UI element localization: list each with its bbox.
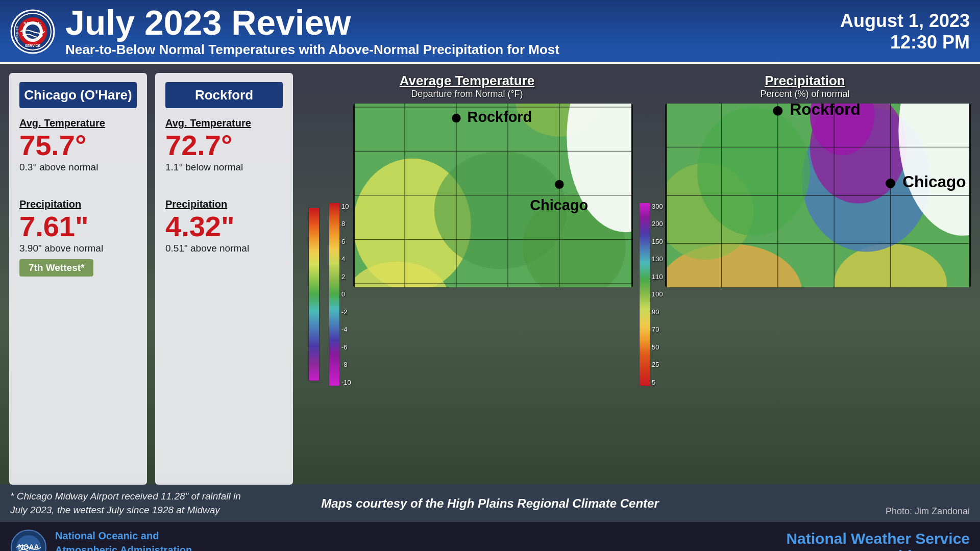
precip-scale-label-150: 150: [652, 238, 663, 245]
footer: NOAA National Oceanic and Atmospheric Ad…: [0, 522, 980, 551]
svg-point-26: [452, 114, 460, 122]
svg-point-37: [697, 107, 810, 236]
header: NATIONAL SERVICE WEATHER July 2023 Revie…: [0, 0, 980, 64]
photo-credit: Photo: Jim Zandonai: [886, 506, 970, 517]
temp-scale-label-n6: -6: [341, 343, 351, 351]
footer-org-block: National Oceanic and Atmospheric Adminis…: [55, 529, 192, 551]
temp-map-subtitle: Departure from Normal (°F): [411, 89, 523, 99]
svg-point-49: [773, 106, 782, 116]
bottom-note-area: * Chicago Midway Airport received 11.28"…: [10, 490, 250, 517]
rockford-precip-normal: 0.51" above normal: [165, 243, 283, 254]
rockford-temp-value: 72.7°: [165, 131, 283, 160]
footer-nws-label: National Weather Service: [786, 530, 970, 547]
precip-scale-label-110: 110: [652, 273, 663, 281]
precip-scale-label-5: 5: [652, 379, 663, 386]
bottom-note: * Chicago Midway Airport received 11.28"…: [10, 490, 250, 517]
temp-scale-label-n8: -8: [341, 361, 351, 368]
maps-credit: Maps courtesy of the High Plains Regiona…: [321, 496, 658, 511]
header-title-block: July 2023 Review Near-to-Below Normal Te…: [65, 5, 559, 58]
temp-scale-label-8: 8: [341, 220, 351, 228]
temp-scale-label-0: 0: [341, 290, 351, 298]
svg-text:Chicago: Chicago: [530, 197, 588, 213]
footer-right: National Weather Service Chicago, IL: [786, 530, 970, 551]
header-date: August 1, 2023: [840, 10, 970, 32]
rockford-temp-label: Avg. Temperature: [165, 117, 283, 129]
svg-point-51: [886, 179, 895, 188]
svg-text:Chicago: Chicago: [902, 172, 966, 191]
chicago-temp-value: 75.7°: [19, 131, 137, 160]
temp-scale-label-6: 6: [341, 238, 351, 245]
chicago-temp-label: Avg. Temperature: [19, 117, 137, 129]
chicago-precip-normal: 3.90" above normal: [19, 243, 137, 254]
photo-credit-area: Photo: Jim Zandonai: [730, 490, 970, 517]
rockford-panel: Rockford Avg. Temperature 72.7° 1.1° bel…: [155, 73, 293, 485]
header-left: NATIONAL SERVICE WEATHER July 2023 Revie…: [10, 5, 559, 58]
precip-map-subtitle: Percent (%) of normal: [760, 89, 849, 99]
temp-scale-label-4: 4: [341, 255, 351, 263]
precip-scale-label-70: 70: [652, 325, 663, 333]
precip-map-container: 300 200 150 130 110 100 90 70 50 25 5: [639, 104, 971, 485]
temp-scale-label-n4: -4: [341, 325, 351, 333]
temp-scale-bar: [308, 208, 320, 381]
maps-area: Average Temperature Departure from Norma…: [301, 73, 971, 485]
rockford-precip-value: 4.32": [165, 212, 283, 241]
header-datetime: August 1, 2023 12:30 PM: [840, 10, 970, 53]
svg-text:NATIONAL: NATIONAL: [23, 21, 42, 25]
temp-map-title: Average Temperature: [400, 73, 534, 89]
chicago-panel-title: Chicago (O'Hare): [19, 82, 137, 108]
temp-scale-label-10: 10: [341, 203, 351, 210]
chicago-precip-value: 7.61": [19, 212, 137, 241]
precip-scale-label-300: 300: [652, 203, 663, 210]
bottom-strip: * Chicago Midway Airport received 11.28"…: [0, 485, 980, 522]
precip-map-title: Precipitation: [765, 73, 845, 89]
temp-map-section: Average Temperature Departure from Norma…: [301, 73, 633, 485]
svg-text:WEATHER: WEATHER: [16, 26, 19, 41]
temp-scale-label-n2: -2: [341, 308, 351, 316]
footer-city-label: Chicago, IL: [786, 547, 970, 551]
precip-scale-label-90: 90: [652, 308, 663, 316]
header-time: 12:30 PM: [840, 32, 970, 53]
temp-scale-label-2: 2: [341, 273, 351, 281]
temp-map-image: Rockford Chicago: [353, 104, 633, 287]
footer-org-name2: Atmospheric Administration: [55, 543, 192, 551]
chicago-temp-normal: 0.3° above normal: [19, 162, 137, 173]
main-content: Chicago (O'Hare) Avg. Temperature 75.7° …: [0, 64, 980, 485]
precip-color-scale: [639, 203, 650, 386]
svg-text:SERVICE: SERVICE: [25, 44, 41, 47]
footer-left: NOAA National Oceanic and Atmospheric Ad…: [10, 529, 192, 551]
precip-scale-label-25: 25: [652, 361, 663, 368]
maps-credit-area: Maps courtesy of the High Plains Regiona…: [250, 490, 730, 517]
rockford-temp-normal: 1.1° below normal: [165, 162, 283, 173]
precip-scale-label-100: 100: [652, 290, 663, 298]
temp-color-scale: [329, 203, 340, 386]
rockford-precip-label: Precipitation: [165, 198, 283, 210]
svg-text:Rockford: Rockford: [467, 109, 532, 125]
temp-scale-label-n10: -10: [341, 379, 351, 386]
svg-point-28: [555, 180, 564, 189]
precip-map-section: Precipitation Percent (%) of normal 300 …: [639, 73, 971, 485]
nws-logo-icon: NATIONAL SERVICE WEATHER: [10, 9, 55, 54]
main-title: July 2023 Review: [65, 5, 559, 40]
svg-text:Rockford: Rockford: [790, 104, 860, 118]
rockford-temp-section: Avg. Temperature 72.7° 1.1° below normal: [165, 117, 283, 173]
temp-map-container: 10 8 6 4 2 0 -2 -4 -6 -8 -10: [301, 104, 633, 485]
chicago-precip-label: Precipitation: [19, 198, 137, 210]
footer-org-name: National Oceanic and: [55, 529, 192, 543]
precip-scale-label-200: 200: [652, 220, 663, 228]
chicago-precip-badge: 7th Wettest*: [19, 259, 93, 277]
rockford-panel-title: Rockford: [165, 82, 283, 108]
precip-scale-label-50: 50: [652, 343, 663, 351]
noaa-logo-icon: NOAA: [10, 529, 47, 551]
chicago-panel: Chicago (O'Hare) Avg. Temperature 75.7° …: [9, 73, 147, 485]
chicago-precip-section: Precipitation 7.61" 3.90" above normal 7…: [19, 198, 137, 277]
rockford-precip-section: Precipitation 4.32" 0.51" above normal: [165, 198, 283, 254]
main-subtitle: Near-to-Below Normal Temperatures with A…: [65, 42, 559, 58]
chicago-temp-section: Avg. Temperature 75.7° 0.3° above normal: [19, 117, 137, 173]
precip-scale-label-130: 130: [652, 255, 663, 263]
precip-map-image: Rockford Chicago: [665, 104, 971, 287]
